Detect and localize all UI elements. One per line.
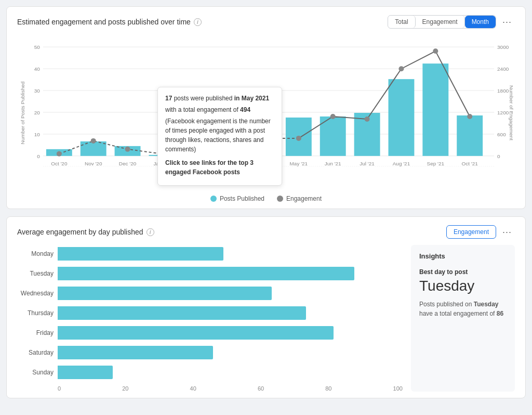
insights-desc-post: have a total engagement of	[419, 310, 497, 317]
dot-dec20	[125, 147, 130, 152]
y-right-3000: 3000	[497, 44, 509, 50]
chart1-legend: Posts Published Engagement	[17, 195, 515, 202]
card2-title-text: Average engagement by day published	[17, 228, 143, 236]
bottom-section: Monday Tuesday Wednesday Thursday	[17, 245, 515, 392]
x-label-aug21: Aug '21	[393, 161, 410, 166]
bar-aug21[interactable]	[389, 79, 415, 156]
bar-track-saturday	[58, 346, 403, 359]
bar-track-wednesday	[58, 287, 403, 300]
y-tick-30: 30	[34, 88, 41, 94]
x-tick-40: 40	[190, 385, 196, 392]
dot-oct20	[57, 151, 62, 157]
card1-title: Estimated engagement and posts published…	[17, 18, 202, 26]
bar-fill-monday	[58, 247, 223, 261]
bar-track-sunday	[58, 366, 403, 379]
y-tick-40: 40	[34, 66, 41, 72]
chart1-area: Number of Posts Published Number of Enga…	[17, 35, 515, 191]
dot-jul21	[365, 116, 370, 122]
best-day-value: Tuesday	[419, 278, 507, 294]
bar-label-thursday: Thursday	[17, 309, 54, 317]
y-right-1800: 1800	[497, 88, 509, 94]
y-left-label: Number of Posts Published	[20, 82, 25, 145]
bar-fill-tuesday	[58, 267, 354, 280]
x-label-may21: May '21	[290, 161, 308, 166]
bar-row-sunday: Sunday	[17, 366, 403, 379]
legend-posts-label: Posts Published	[220, 195, 264, 202]
x-label-sep21: Sep '21	[427, 161, 445, 166]
bar-label-wednesday: Wednesday	[17, 290, 54, 297]
bar-fill-friday	[58, 326, 334, 340]
dot-oct21	[467, 114, 472, 119]
y-tick-20: 20	[34, 110, 41, 115]
bar-row-wednesday: Wednesday	[17, 287, 403, 300]
info-icon-1[interactable]: i	[194, 18, 202, 26]
dot-aug21	[398, 66, 404, 71]
bar-label-monday: Monday	[17, 250, 54, 257]
bar-label-tuesday: Tuesday	[17, 270, 54, 277]
y-right-1200: 1200	[497, 110, 509, 115]
dot-sep21	[433, 48, 438, 54]
x-label-jul21: Jul '21	[360, 161, 375, 166]
insights-title: Insights	[419, 252, 507, 260]
insights-desc-pre: Posts published on	[419, 301, 474, 308]
engagement-filter-button[interactable]: Engagement	[446, 225, 496, 239]
bar-row-tuesday: Tuesday	[17, 267, 403, 280]
bar-sep21[interactable]	[422, 63, 448, 156]
y-right-0: 0	[497, 153, 500, 159]
x-label-oct20: Oct '20	[51, 161, 68, 166]
card1-controls: Total Engagement Month ···	[388, 15, 515, 29]
insights-desc-num: 86	[497, 310, 503, 317]
legend-dot-posts	[210, 196, 217, 202]
engagement-button[interactable]: Engagement	[416, 16, 465, 28]
bar-row-friday: Friday	[17, 326, 403, 340]
y-tick-0: 0	[37, 153, 40, 159]
x-tick-0: 0	[58, 385, 61, 392]
total-button[interactable]: Total	[388, 16, 415, 28]
legend-engagement-label: Engagement	[286, 195, 322, 202]
bar-nov20[interactable]	[81, 141, 107, 156]
bar-row-monday: Monday	[17, 247, 403, 261]
bar-oct21[interactable]	[457, 115, 483, 156]
bar-feb21[interactable]	[183, 156, 209, 157]
more-options-button-2[interactable]: ···	[499, 226, 515, 239]
month-button[interactable]: Month	[465, 16, 496, 28]
x-label-mar21: Mar '21	[222, 161, 239, 166]
bar-apr21[interactable]	[251, 151, 277, 156]
info-icon-2[interactable]: i	[147, 228, 154, 236]
dot-nov20	[91, 138, 96, 144]
x-label-dec20: Dec '20	[119, 161, 137, 166]
y-right-600: 600	[497, 132, 506, 137]
x-tick-100: 100	[393, 385, 403, 392]
legend-posts: Posts Published	[210, 195, 264, 202]
y-right-label: Number of Engagement	[509, 85, 514, 140]
dot-jun21	[330, 114, 336, 119]
bar-mar21[interactable]	[217, 156, 243, 157]
legend-engagement: Engagement	[277, 195, 322, 202]
more-options-button-1[interactable]: ···	[499, 16, 515, 29]
bar-row-thursday: Thursday	[17, 306, 403, 320]
avg-engagement-by-day-card: Average engagement by day published i En…	[6, 216, 526, 398]
chart1-svg: Number of Posts Published Number of Enga…	[17, 35, 515, 191]
x-label-jun21: Jun '21	[325, 161, 341, 166]
bar-track-monday	[58, 247, 403, 261]
x-label-feb21: Feb '21	[188, 161, 205, 166]
insights-box: Insights Best day to post Tuesday Posts …	[411, 245, 515, 392]
legend-dot-engagement	[277, 196, 283, 202]
bar-label-friday: Friday	[17, 329, 54, 336]
bar-chart-area: Monday Tuesday Wednesday Thursday	[17, 245, 403, 392]
dot-feb21	[193, 149, 198, 154]
y-tick-50: 50	[34, 44, 41, 50]
card2-title: Average engagement by day published i	[17, 228, 154, 236]
bar-row-saturday: Saturday	[17, 346, 403, 359]
bar-label-saturday: Saturday	[17, 349, 54, 356]
card1-title-text: Estimated engagement and posts published…	[17, 18, 191, 26]
engagement-over-time-card: Estimated engagement and posts published…	[6, 6, 526, 209]
bar-track-tuesday	[58, 267, 403, 280]
y-right-2400: 2400	[497, 66, 509, 72]
x-label-nov20: Nov '20	[85, 161, 102, 166]
insights-desc-bold: Tuesday	[474, 301, 499, 308]
bar-label-sunday: Sunday	[17, 369, 54, 376]
x-label-jan21: Jan '21	[153, 161, 170, 166]
x-tick-20: 20	[122, 385, 128, 392]
bar-track-friday	[58, 326, 403, 340]
